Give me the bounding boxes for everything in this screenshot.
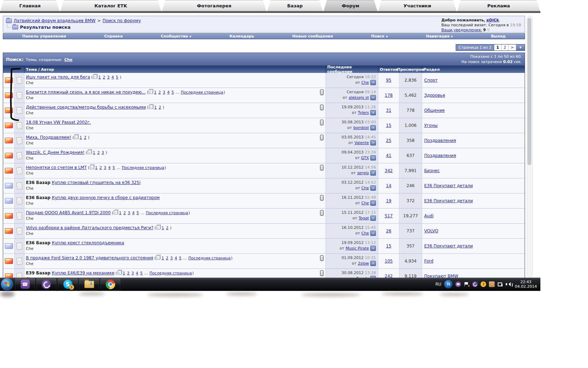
last-poster-link[interactable]: sergio xyxy=(357,171,369,175)
nav-item-6[interactable]: Навигация xyxy=(426,34,453,39)
replies-count-link[interactable]: 25 xyxy=(386,138,391,143)
thread-title-link[interactable]: Близится пляжный сезон, а я все никак не… xyxy=(26,90,146,95)
column-header[interactable]: Раздел xyxy=(422,66,525,73)
last-page-link[interactable]: Последняя страница xyxy=(146,211,188,215)
thread-page-link[interactable]: 3 xyxy=(102,150,104,155)
punto-switcher-icon[interactable] xyxy=(444,280,453,288)
thread-page-link[interactable]: 3 xyxy=(107,75,110,80)
replies-count-link[interactable]: 15 xyxy=(386,244,391,248)
site-tab-1[interactable]: Каталог ETK xyxy=(60,0,161,11)
nav-item-1[interactable]: Справка xyxy=(104,34,123,39)
column-header[interactable]: Тема / Автор xyxy=(24,66,326,73)
section-link[interactable]: Поздравления xyxy=(424,153,456,158)
thread-page-link[interactable]: 5 xyxy=(136,211,139,215)
thread-title-link[interactable]: Wazzik, С Днем Рождения! xyxy=(26,150,84,155)
thread-page-link[interactable]: 1 xyxy=(123,271,125,275)
thread-page-link[interactable]: 2 xyxy=(166,226,168,230)
replies-count-link[interactable]: 14 xyxy=(386,183,391,188)
thread-page-link[interactable]: 2 xyxy=(123,211,126,215)
last-page-link[interactable]: Последняя страница xyxy=(149,271,192,275)
thread-page-link[interactable]: 3 xyxy=(128,211,130,215)
section-link[interactable]: Е36 Покупают детали xyxy=(424,198,473,203)
site-tab-5[interactable]: Участники xyxy=(378,0,456,11)
nav-item-5[interactable]: Поиск xyxy=(371,34,388,39)
replies-count-link[interactable]: 178 xyxy=(385,93,393,98)
thread-page-link[interactable]: 4 xyxy=(132,211,134,215)
thread-page-link[interactable]: 1 xyxy=(162,226,164,230)
thread-page-link[interactable]: 3 xyxy=(170,256,173,260)
bittorrent-tray-icon[interactable] xyxy=(472,281,478,287)
section-link[interactable]: Общение xyxy=(424,108,445,113)
section-link[interactable]: Спорт xyxy=(424,78,438,83)
replies-count-link[interactable]: 95 xyxy=(386,78,391,83)
thread-page-link[interactable]: 1 xyxy=(154,105,157,110)
thread-page-link[interactable]: 1 xyxy=(95,165,98,170)
section-link[interactable]: Угоны xyxy=(424,123,438,128)
thread-page-link[interactable]: 2 xyxy=(84,135,86,140)
section-link[interactable]: Audi xyxy=(424,213,434,218)
thread-page-link[interactable]: 3 xyxy=(104,165,106,170)
taskbar-app-viber[interactable] xyxy=(15,278,35,291)
page-button-2[interactable]: 2 xyxy=(502,45,509,50)
section-link[interactable]: Поздравления xyxy=(424,138,456,143)
thread-title-link[interactable]: Volvo разборки в районе Латгальского пре… xyxy=(26,225,153,230)
language-indicator[interactable]: RU xyxy=(435,282,441,287)
next-page-button[interactable]: > xyxy=(509,45,516,50)
site-tab-0[interactable]: Главная xyxy=(0,0,59,11)
volume-icon[interactable] xyxy=(506,281,511,287)
action-center-flag-icon[interactable]: ✕ xyxy=(464,281,469,287)
last-poster-link[interactable]: Tylers xyxy=(358,110,369,115)
thread-page-link[interactable]: 4 xyxy=(108,165,111,170)
goto-last-post-icon[interactable] xyxy=(370,231,376,236)
section-link[interactable]: Ford xyxy=(424,259,433,264)
column-header[interactable]: Последнее сообщение xyxy=(326,66,378,73)
page-dropdown-button[interactable] xyxy=(516,45,525,50)
thread-page-link[interactable]: 5 xyxy=(172,90,174,95)
thread-page-link[interactable]: 5 xyxy=(179,256,181,260)
thread-page-link[interactable]: 5 xyxy=(116,75,118,80)
notifications-dropdown-icon[interactable]: ▽ xyxy=(487,28,490,32)
replies-count-link[interactable]: 26 xyxy=(386,229,391,233)
thread-title-link[interactable]: Продаю ОООО A4B5 Avant 1.9TDi 2000 xyxy=(26,210,111,215)
page-button-1[interactable]: 1 xyxy=(494,45,502,50)
taskbar-app-bittorrent[interactable] xyxy=(36,278,57,291)
last-poster-link[interactable]: 2slow xyxy=(358,261,369,266)
thread-title-link[interactable]: Ищу пакет на тело, для бега xyxy=(26,75,90,80)
replies-count-link[interactable]: 19 xyxy=(386,198,391,203)
thread-page-link[interactable]: 4 xyxy=(112,75,114,80)
nav-item-7[interactable]: Выход xyxy=(491,34,506,39)
thread-title-link[interactable]: Непонятки со счетом в LMT xyxy=(26,165,87,170)
last-poster-link[interactable]: Che xyxy=(362,201,369,205)
thread-page-link[interactable]: 2 xyxy=(159,90,161,95)
thread-page-link[interactable]: 3 xyxy=(163,90,165,95)
section-link[interactable]: Е36 Покупают детали xyxy=(424,183,473,188)
site-tab-6[interactable]: Реклама xyxy=(457,0,540,11)
thread-page-link[interactable]: 2 xyxy=(103,75,105,80)
section-link[interactable]: Е36 Покупают детали xyxy=(424,244,473,248)
last-poster-link[interactable]: Che xyxy=(362,80,369,85)
goto-last-post-icon[interactable] xyxy=(370,200,376,206)
thread-page-link[interactable]: 1 xyxy=(161,256,164,260)
nav-item-0[interactable]: Панель управления xyxy=(22,34,66,39)
goto-last-post-icon[interactable] xyxy=(370,125,376,130)
goto-last-post-icon[interactable] xyxy=(370,95,376,100)
search-author-link[interactable]: Che xyxy=(64,57,72,62)
thread-title-link[interactable]: 18.08 Угнан VW Passat 2002г. xyxy=(26,120,91,125)
thread-title-link[interactable]: Действенные средства/методы борьбы с нас… xyxy=(26,105,146,110)
thread-page-link[interactable]: 2 xyxy=(127,271,130,275)
thread-page-link[interactable]: 1 xyxy=(93,150,95,155)
thread-page-link[interactable]: 2 xyxy=(99,165,102,170)
goto-last-post-icon[interactable] xyxy=(370,110,376,115)
taskbar-app-chrome[interactable] xyxy=(100,278,121,291)
start-button[interactable] xyxy=(1,278,13,290)
thread-page-link[interactable]: 5 xyxy=(140,271,143,275)
scrollbar-thumb[interactable] xyxy=(527,18,531,165)
last-page-link[interactable]: Последняя страница xyxy=(188,256,231,260)
last-poster-link[interactable]: Che xyxy=(362,231,369,236)
last-poster-link[interactable]: Che xyxy=(362,186,369,190)
replies-count-link[interactable]: 41 xyxy=(386,153,391,158)
replies-count-link[interactable]: 105 xyxy=(385,259,393,264)
last-poster-link[interactable]: Togat xyxy=(358,216,369,220)
thread-title-link[interactable]: Миха, Поздравляем! xyxy=(26,135,71,140)
taskbar-app-download-master[interactable] xyxy=(79,278,99,291)
